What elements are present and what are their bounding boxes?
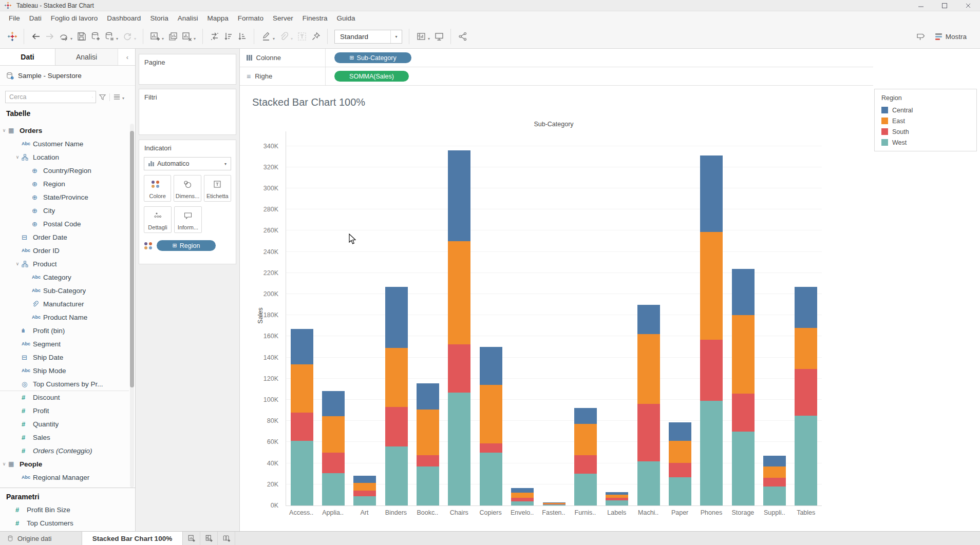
bar-segment-labels-west[interactable]	[606, 500, 628, 505]
bar-segment-paper-west[interactable]	[669, 477, 691, 505]
field-orders-conteggio[interactable]: #Orders (Conteggio)	[0, 444, 129, 457]
menu-item-file[interactable]: File	[4, 14, 25, 22]
legend-item-central[interactable]: Central	[875, 105, 976, 115]
paperclip-icon[interactable]	[277, 29, 291, 44]
highlight-icon[interactable]	[259, 29, 273, 44]
field-order-date[interactable]: ⊟Order Date	[0, 230, 129, 244]
bar-segment-machi-south[interactable]	[637, 404, 660, 461]
menu-item-dati[interactable]: Dati	[25, 14, 46, 22]
menu-item-dashboard[interactable]: Dashboard	[102, 14, 145, 22]
plot-area[interactable]	[286, 131, 822, 506]
tooltip-signpost-icon[interactable]	[914, 29, 928, 44]
bar-segment-tables-west[interactable]	[795, 416, 817, 505]
field-sub-category[interactable]: AbcSub-Category	[0, 284, 129, 297]
pill-somma-sales[interactable]: SOMMA(Sales)	[334, 71, 409, 82]
hierarchy-expand-icon[interactable]: ⊞	[173, 242, 177, 249]
swap-rows-columns-icon[interactable]	[208, 29, 221, 44]
field-ship-mode[interactable]: AbcShip Mode	[0, 364, 129, 377]
bar-segment-furnis-west[interactable]	[574, 474, 597, 505]
filters-card[interactable]: Filtri	[139, 89, 236, 135]
new-worksheet-caret-icon[interactable]: ▾	[162, 36, 164, 41]
field-location[interactable]: ∨Location	[0, 150, 129, 164]
bar-segment-storage-central[interactable]	[732, 269, 755, 316]
x-axis-label-access[interactable]: Access..	[286, 509, 317, 516]
bar-segment-chairs-central[interactable]	[448, 150, 470, 241]
bar-segment-phones-west[interactable]	[700, 401, 723, 505]
field-postal-code[interactable]: ⊕Postal Code	[0, 217, 129, 230]
filter-fields-icon[interactable]	[96, 93, 108, 101]
bar-segment-machi-west[interactable]	[637, 461, 660, 506]
field-customer-name[interactable]: AbcCustomer Name	[0, 137, 129, 150]
bar-segment-chairs-south[interactable]	[448, 344, 470, 393]
x-axis-label-art[interactable]: Art	[349, 509, 380, 516]
tab-analisi[interactable]: Analisi	[55, 49, 118, 65]
sheet-tab-active[interactable]: Stacked Bar Chart 100%	[82, 532, 183, 545]
bar-segment-copiers-south[interactable]	[480, 443, 502, 453]
bar-segment-envelo-west[interactable]	[511, 501, 534, 505]
presentation-mode-icon[interactable]	[432, 29, 446, 44]
refresh-caret-icon[interactable]: ▾	[134, 36, 136, 41]
minimize-button[interactable]	[909, 0, 933, 11]
bar-segment-phones-south[interactable]	[700, 340, 723, 401]
bar-segment-copiers-central[interactable]	[480, 347, 502, 385]
pages-card[interactable]: Pagine	[139, 54, 236, 85]
data-source-row[interactable]: Sample - Superstore	[0, 66, 135, 86]
maximize-button[interactable]	[933, 0, 956, 11]
collapse-pane-icon[interactable]: ‹	[120, 49, 135, 65]
bar-segment-phones-east[interactable]	[700, 232, 723, 340]
bar-segment-chairs-west[interactable]	[448, 393, 470, 505]
bar-segment-tables-central[interactable]	[795, 287, 817, 328]
legend-item-south[interactable]: South	[875, 126, 976, 137]
pause-data-updates-icon[interactable]	[102, 29, 116, 44]
field-segment[interactable]: AbcSegment	[0, 337, 129, 351]
field-profit-bin[interactable]: ılıProfit (bin)	[0, 324, 129, 337]
bar-segment-tables-south[interactable]	[795, 369, 817, 416]
bar-segment-art-east[interactable]	[353, 483, 376, 491]
x-axis-label-chairs[interactable]: Chairs	[443, 509, 475, 516]
fields-scrollbar-thumb[interactable]	[130, 131, 134, 387]
tableau-home-icon[interactable]	[5, 29, 19, 44]
menu-item-finestra[interactable]: Finestra	[298, 14, 332, 22]
bar-segment-bookc-south[interactable]	[417, 455, 439, 466]
bar-segment-suppli-south[interactable]	[763, 478, 786, 486]
field-regional-manager[interactable]: AbcRegional Manager	[0, 471, 129, 484]
bar-segment-phones-central[interactable]	[700, 155, 723, 231]
x-axis-label-machi[interactable]: Machi..	[632, 509, 664, 516]
menu-item-guida[interactable]: Guida	[332, 14, 360, 22]
bar-segment-furnis-east[interactable]	[574, 424, 597, 455]
new-story-icon[interactable]	[218, 532, 235, 545]
field-region[interactable]: ⊕Region	[0, 177, 129, 190]
close-button[interactable]	[956, 0, 980, 11]
collapse-chevron-icon[interactable]: ∨	[0, 461, 8, 466]
refresh-data-icon[interactable]	[120, 29, 134, 44]
x-axis-label-bookc[interactable]: Bookc..	[412, 509, 443, 516]
menu-item-formato[interactable]: Formato	[233, 14, 268, 22]
bar-segment-storage-west[interactable]	[732, 432, 755, 505]
bar-segment-applia-central[interactable]	[322, 391, 345, 416]
bar-segment-binders-central[interactable]	[385, 287, 408, 348]
bar-segment-machi-central[interactable]	[637, 305, 660, 335]
show-me-button[interactable]: Mostra	[935, 33, 967, 41]
add-data-source-icon[interactable]	[88, 29, 102, 44]
x-axis-label-furnis[interactable]: Furnis..	[570, 509, 601, 516]
bar-segment-storage-east[interactable]	[732, 315, 755, 393]
tooltip-button[interactable]: Inform...	[174, 206, 202, 233]
menu-item-foglio-di-lavoro[interactable]: Foglio di lavoro	[46, 14, 103, 22]
column-field-header[interactable]: Sub-Category	[286, 121, 822, 128]
field-city[interactable]: ⊕City	[0, 204, 129, 217]
collapse-chevron-icon[interactable]: ∨	[13, 261, 22, 266]
back-icon[interactable]	[29, 29, 43, 44]
bar-segment-machi-east[interactable]	[637, 334, 660, 404]
x-axis-label-labels[interactable]: Labels	[601, 509, 632, 516]
bar-segment-art-south[interactable]	[353, 491, 376, 496]
bar-segment-access-south[interactable]	[291, 413, 313, 441]
mark-type-dropdown[interactable]: Automatico ▾	[144, 157, 231, 170]
x-axis-label-paper[interactable]: Paper	[664, 509, 695, 516]
bar-segment-art-west[interactable]	[353, 496, 376, 506]
show-mark-labels-icon[interactable]	[295, 29, 309, 44]
bar-segment-copiers-west[interactable]	[480, 453, 502, 505]
sort-ascending-icon[interactable]	[221, 29, 235, 44]
bar-segment-access-west[interactable]	[291, 441, 313, 505]
field-orders[interactable]: ∨▦Orders	[0, 124, 129, 137]
size-button[interactable]: Dimens...	[174, 175, 201, 202]
